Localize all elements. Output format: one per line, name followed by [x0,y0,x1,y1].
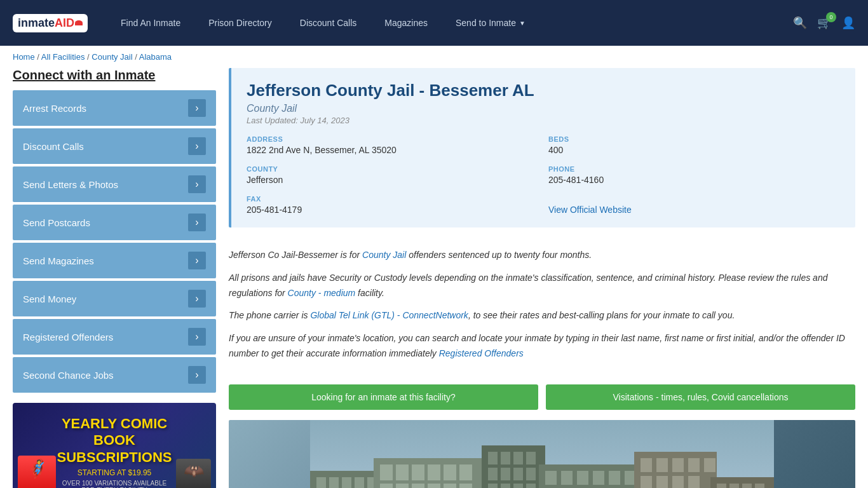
sidebar-item-send-postcards[interactable]: Send Postcards › [13,205,216,240]
nav-prison-directory[interactable]: Prison Directory [194,0,286,46]
sidebar-item-discount-calls[interactable]: Discount Calls › [13,128,216,164]
logo-hat-icon [75,20,83,25]
fax-label: FAX [247,195,538,203]
sidebar-item-label: Second Chance Jobs [23,370,114,381]
user-icon[interactable]: 👤 [841,16,855,30]
beds-value: 400 [548,145,840,155]
breadcrumb-county-jail[interactable]: County Jail [92,52,132,62]
nav-discount-calls[interactable]: Discount Calls [286,0,370,46]
sidebar-item-registered-offenders[interactable]: Registered Offenders › [13,319,216,355]
chevron-right-icon: › [188,214,206,231]
svg-rect-17 [444,464,456,480]
gtl-link[interactable]: Global Tel Link (GTL) - ConnectNetwork [310,310,468,320]
detail-website: View Official Website [548,195,840,215]
beds-label: BEDS [548,135,840,143]
facility-updated: Last Updated: July 14, 2023 [247,116,840,125]
sidebar-item-label: Arrest Records [23,103,86,114]
svg-rect-3 [329,477,339,488]
ad-title-line2: SUBSCRIPTIONS [57,449,172,466]
county-jail-link-1[interactable]: County Jail [362,250,406,260]
chevron-right-icon: › [188,328,206,346]
svg-rect-24 [459,484,472,488]
detail-phone: PHONE 205-481-4160 [548,165,840,185]
advertisement[interactable]: 🦸 YEARLY COMIC BOOK SUBSCRIPTIONS STARTI… [13,403,216,488]
nav-links: Find An Inmate Prison Directory Discount… [107,0,793,46]
svg-rect-34 [488,468,498,480]
ad-price: STARTING AT $19.95 [57,468,172,477]
chevron-right-icon: › [188,252,206,269]
breadcrumb-home[interactable]: Home [13,52,35,62]
detail-address: ADDRESS 1822 2nd Ave N, Bessemer, AL 350… [247,135,538,155]
chevron-right-icon: › [188,175,206,193]
search-icon[interactable]: 🔍 [793,16,807,30]
find-inmate-button[interactable]: Looking for an inmate at this facility? [229,384,538,410]
svg-rect-38 [488,484,498,488]
desc-para-4: If you are unsure of your inmate's locat… [229,331,855,362]
logo-text-aid: AID [55,17,74,30]
nav-find-inmate[interactable]: Find An Inmate [107,0,194,46]
breadcrumb-state[interactable]: Alabama [139,52,172,62]
description-section: Jefferson Co Jail-Bessemer is for County… [229,238,855,379]
breadcrumb-all-facilities[interactable]: All Facilities [41,52,85,62]
svg-rect-46 [593,471,604,485]
desc-para-1: Jefferson Co Jail-Bessemer is for County… [229,248,855,263]
county-value: Jefferson [247,175,538,185]
official-website-link[interactable]: View Official Website [548,205,632,215]
facility-image [229,420,855,488]
cart-icon[interactable]: 🛒 0 [817,16,831,30]
website-spacer [548,195,840,203]
svg-rect-20 [396,484,409,488]
sidebar-item-second-chance-jobs[interactable]: Second Chance Jobs › [13,357,216,393]
sidebar-item-send-magazines[interactable]: Send Magazines › [13,243,216,278]
logo-text-inmate: inmate [18,17,55,30]
ad-content: YEARLY COMIC BOOK SUBSCRIPTIONS STARTING… [13,416,216,488]
nav-send-to-inmate[interactable]: Send to Inmate ▼ [442,0,539,46]
desc-para-2: All prisons and jails have Security or C… [229,271,855,301]
sidebar-item-label: Registered Offenders [23,332,113,342]
desc-para-3: The phone carrier is Global Tel Link (GT… [229,308,855,323]
svg-rect-30 [488,452,498,464]
nav-icons: 🔍 🛒 0 👤 [793,16,855,30]
svg-rect-32 [513,452,523,464]
svg-rect-70 [742,484,752,488]
chevron-down-icon: ▼ [519,20,526,27]
sidebar-item-label: Send Money [23,294,76,304]
sidebar-item-send-money[interactable]: Send Money › [13,281,216,316]
nav-magazines[interactable]: Magazines [370,0,442,46]
svg-rect-40 [513,484,523,488]
sidebar-item-label: Send Postcards [23,217,90,228]
chevron-right-icon: › [188,290,206,308]
svg-rect-19 [380,484,393,488]
ad-title-line1: YEARLY COMIC BOOK [57,416,172,449]
cart-badge: 0 [826,12,836,22]
sidebar: Connect with an Inmate Arrest Records › … [13,68,216,488]
svg-rect-62 [672,476,684,488]
svg-rect-41 [526,484,536,488]
sidebar-item-label: Send Letters & Photos [23,179,118,190]
svg-rect-23 [444,484,456,488]
registered-offenders-link[interactable]: Registered Offenders [439,348,524,358]
svg-rect-60 [641,476,652,488]
logo[interactable]: inmateAID [13,14,88,32]
address-label: ADDRESS [247,135,538,143]
sidebar-item-arrest-records[interactable]: Arrest Records › [13,90,216,126]
svg-rect-35 [501,468,510,480]
detail-beds: BEDS 400 [548,135,840,155]
svg-rect-13 [380,464,393,480]
svg-rect-63 [688,476,700,488]
phone-label: PHONE [548,165,840,173]
sidebar-item-label: Send Magazines [23,255,94,266]
svg-rect-45 [577,471,588,485]
svg-rect-44 [561,471,573,485]
svg-rect-21 [412,484,424,488]
sidebar-item-send-letters-photos[interactable]: Send Letters & Photos › [13,166,216,202]
county-medium-link[interactable]: County - medium [288,288,356,298]
visitations-button[interactable]: Visitations - times, rules, Covid cancel… [546,384,855,410]
svg-rect-22 [428,484,440,488]
phone-value: 205-481-4160 [548,175,840,185]
svg-rect-69 [729,484,739,488]
svg-rect-61 [656,476,668,488]
svg-rect-33 [526,452,536,464]
svg-rect-59 [704,458,715,472]
fax-value: 205-481-4179 [247,205,538,215]
